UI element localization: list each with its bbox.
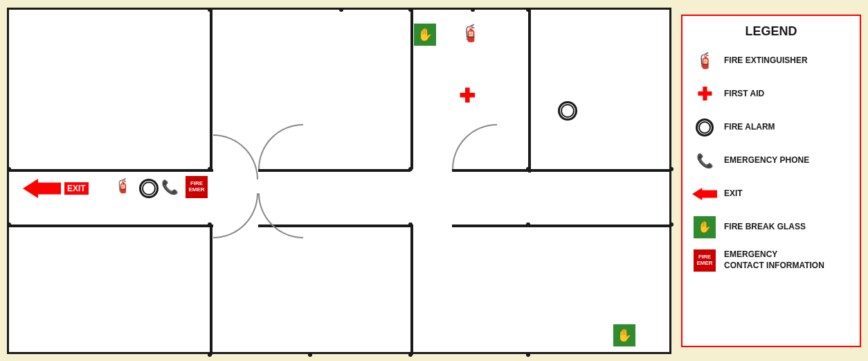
legend-breakglass-label: FIRE BREAK GLASS bbox=[724, 222, 806, 233]
wall-h-mid-right bbox=[452, 169, 530, 172]
legend-emercontact-symbol: FIREEMER bbox=[694, 249, 716, 272]
legend-emercontact-label: EMERGENCYCONTACT INFORMATION bbox=[724, 249, 824, 271]
door-swing-1 bbox=[213, 134, 258, 169]
legend-phone-icon: 📞 bbox=[692, 148, 717, 173]
legend-exit-symbol bbox=[692, 188, 717, 200]
extinguisher-top-symbol: 🧯 bbox=[460, 24, 481, 43]
dot18 bbox=[408, 353, 413, 357]
dot1 bbox=[208, 8, 212, 12]
breakglass-top-icon: ✋ bbox=[414, 24, 436, 46]
dot12 bbox=[7, 167, 11, 171]
dot4 bbox=[208, 167, 212, 171]
dot15 bbox=[669, 222, 673, 227]
wall-v-bot1 bbox=[210, 224, 213, 355]
legend-phone-label: EMERGENCY PHONE bbox=[724, 155, 809, 166]
wall-h-mid-left bbox=[9, 169, 213, 172]
wall-h-lower-left bbox=[9, 224, 213, 227]
dot5 bbox=[408, 167, 413, 171]
wall-h-mid-center bbox=[258, 169, 410, 172]
firstaid-icon: ✚ bbox=[459, 85, 475, 107]
legend-item-firstaid: ✚ FIRST AID bbox=[692, 82, 850, 107]
legend-extinguisher-symbol: 🧯 bbox=[696, 52, 714, 70]
legend-item-alarm: FIRE ALARM bbox=[692, 115, 850, 140]
breakglass-bottom-icon: ✋ bbox=[613, 324, 635, 346]
wall-h-mid-farright bbox=[531, 169, 671, 172]
legend-breakglass-icon: ✋ bbox=[692, 215, 717, 240]
legend-exit-icon bbox=[692, 182, 717, 206]
legend-exit-label: EXIT bbox=[724, 188, 743, 200]
legend-breakglass-symbol: ✋ bbox=[694, 216, 716, 238]
legend-box: LEGEND 🧯 FIRE EXTINGUISHER ✚ FIRST AID F… bbox=[681, 15, 861, 347]
dot14 bbox=[669, 167, 673, 171]
legend-alarm-symbol bbox=[696, 118, 714, 137]
exit-arrow-symbol bbox=[23, 179, 61, 198]
legend-item-emercontact: FIREEMER EMERGENCYCONTACT INFORMATION bbox=[692, 248, 850, 273]
wall-v-bot2 bbox=[410, 224, 413, 355]
wall-v1 bbox=[210, 10, 213, 169]
floor-plan: ✋ 🧯 ✚ EXIT 🧯 📞 bbox=[7, 8, 671, 354]
dot10 bbox=[339, 8, 343, 12]
alarm-right-icon bbox=[558, 101, 577, 121]
legend-firstaid-symbol: ✚ bbox=[697, 85, 712, 103]
legend-firstaid-icon: ✚ bbox=[692, 82, 717, 107]
legend-extinguisher-icon: 🧯 bbox=[692, 49, 717, 73]
main-container: ✋ 🧯 ✚ EXIT 🧯 📞 bbox=[0, 0, 868, 361]
legend-alarm-label: FIRE ALARM bbox=[724, 122, 775, 133]
legend-item-phone: 📞 EMERGENCY PHONE bbox=[692, 148, 850, 173]
legend-title: LEGEND bbox=[692, 24, 850, 39]
emercontact-icon: FIREEMER bbox=[186, 176, 208, 198]
firstaid-symbol: ✚ bbox=[459, 85, 475, 107]
legend-alarm-icon bbox=[692, 115, 717, 140]
dot17 bbox=[208, 353, 212, 357]
exit-icon: EXIT bbox=[23, 179, 89, 198]
legend-item-extinguisher: 🧯 FIRE EXTINGUISHER bbox=[692, 49, 850, 73]
dot19 bbox=[526, 353, 530, 357]
dot13 bbox=[7, 222, 11, 227]
dot9 bbox=[526, 222, 530, 227]
legend-phone-symbol: 📞 bbox=[696, 152, 714, 169]
alarm-mid-icon bbox=[139, 179, 159, 198]
dot3 bbox=[526, 8, 530, 12]
extinguisher-mid-symbol: 🧯 bbox=[114, 177, 132, 194]
alarm-right-symbol bbox=[558, 101, 577, 121]
extinguisher-mid-icon: 🧯 bbox=[114, 177, 132, 194]
wall-h-lower-right bbox=[452, 224, 670, 227]
legend-emercontact-icon: FIREEMER bbox=[692, 248, 717, 273]
dot11 bbox=[471, 8, 475, 12]
alarm-mid-symbol bbox=[139, 179, 159, 198]
wall-v3 bbox=[528, 10, 531, 173]
dot7 bbox=[208, 222, 212, 227]
wall-v2 bbox=[410, 10, 413, 169]
dot8 bbox=[408, 222, 413, 227]
dot6 bbox=[526, 167, 530, 171]
extinguisher-top-icon: 🧯 bbox=[460, 24, 481, 43]
dot16 bbox=[308, 353, 312, 357]
breakglass-top-symbol: ✋ bbox=[414, 24, 436, 46]
breakglass-bottom-symbol: ✋ bbox=[613, 324, 635, 346]
emercontact-symbol: FIREEMER bbox=[186, 176, 208, 198]
legend-extinguisher-label: FIRE EXTINGUISHER bbox=[724, 55, 808, 67]
legend-item-breakglass: ✋ FIRE BREAK GLASS bbox=[692, 215, 850, 240]
legend-item-exit: EXIT bbox=[692, 182, 850, 206]
exit-label: EXIT bbox=[64, 182, 89, 195]
phone-symbol: 📞 bbox=[161, 179, 179, 195]
phone-icon: 📞 bbox=[161, 179, 179, 195]
legend-firstaid-label: FIRST AID bbox=[724, 89, 764, 100]
dot2 bbox=[408, 8, 413, 12]
